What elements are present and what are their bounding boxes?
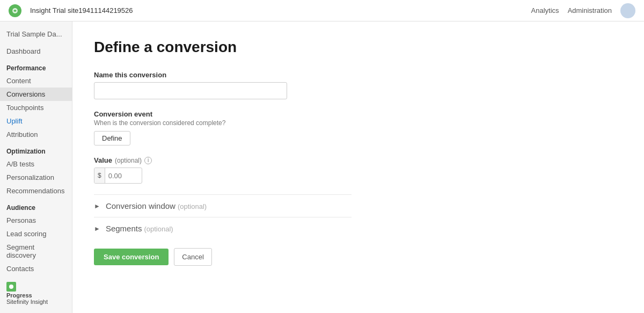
name-group: Name this conversion — [94, 71, 352, 99]
segments-section: ► Segments(optional) — [94, 217, 352, 233]
top-nav-links: Analytics Administration — [531, 6, 612, 14]
sidebar-item-dashboard[interactable]: Dashboard — [0, 45, 72, 58]
main-content: Define a conversion Name this conversion… — [72, 21, 644, 313]
sidebar-item-lead-scoring[interactable]: Lead scoring — [0, 227, 72, 241]
progress-logo: Progress Sitefinity Insight — [6, 282, 65, 305]
sidebar-section-optimization: Optimization — [0, 141, 72, 157]
conversion-event-group: Conversion event When is the conversion … — [94, 110, 352, 145]
value-input[interactable] — [105, 168, 137, 183]
name-label: Name this conversion — [94, 71, 352, 79]
progress-name: Progress — [6, 292, 65, 299]
value-currency-symbol: $ — [94, 168, 105, 183]
page-title: Define a conversion — [94, 39, 623, 56]
top-nav: Insight Trial site19411144219526 Analyti… — [0, 0, 644, 21]
value-info-icon[interactable]: i — [144, 157, 152, 164]
value-group: Value (optional) i $ — [94, 156, 352, 184]
sidebar-item-uplift[interactable]: Uplift — [0, 114, 72, 128]
sidebar-item-conversions[interactable]: Conversions — [0, 88, 72, 101]
sidebar-item-personalization[interactable]: Personalization — [0, 171, 72, 184]
define-conversion-form: Name this conversion Conversion event Wh… — [94, 71, 352, 266]
sidebar-site-name: Trial Sample Da... — [0, 30, 72, 45]
value-label: Value — [94, 156, 112, 164]
sidebar-item-segment-discovery[interactable]: Segment discovery — [0, 241, 72, 262]
sidebar: Trial Sample Da... Dashboard Performance… — [0, 21, 72, 313]
conversion-window-chevron-icon: ► — [94, 202, 100, 210]
sidebar-item-content[interactable]: Content — [0, 74, 72, 88]
sidebar-item-recommendations[interactable]: Recommendations — [0, 184, 72, 198]
conversion-event-label: Conversion event — [94, 110, 352, 118]
sidebar-item-touchpoints[interactable]: Touchpoints — [0, 101, 72, 114]
segments-header[interactable]: ► Segments(optional) — [94, 224, 352, 233]
sidebar-item-contacts[interactable]: Contacts — [0, 262, 72, 275]
layout: Trial Sample Da... Dashboard Performance… — [0, 21, 644, 313]
sidebar-item-attribution[interactable]: Attribution — [0, 128, 72, 141]
value-input-wrap: $ — [94, 168, 142, 184]
app-title: Insight Trial site19411144219526 — [30, 6, 527, 14]
user-avatar[interactable] — [620, 3, 635, 18]
form-actions: Save conversion Cancel — [94, 248, 352, 266]
segments-title: Segments(optional) — [106, 224, 173, 233]
sitefinity-name: Sitefinity Insight — [6, 299, 65, 305]
administration-link[interactable]: Administration — [568, 6, 612, 14]
cancel-button[interactable]: Cancel — [174, 248, 211, 266]
segments-chevron-icon: ► — [94, 225, 100, 232]
conversion-event-hint: When is the conversion considered comple… — [94, 119, 352, 127]
conversion-window-title: Conversion window(optional) — [106, 201, 207, 210]
sidebar-item-personas[interactable]: Personas — [0, 214, 72, 227]
sidebar-footer: Progress Sitefinity Insight — [0, 275, 72, 311]
sidebar-section-performance: Performance — [0, 58, 72, 74]
conversion-window-section: ► Conversion window(optional) — [94, 194, 352, 210]
save-conversion-button[interactable]: Save conversion — [94, 249, 169, 265]
sidebar-section-audience: Audience — [0, 198, 72, 214]
define-button[interactable]: Define — [94, 131, 130, 145]
name-input[interactable] — [94, 82, 287, 99]
conversion-window-header[interactable]: ► Conversion window(optional) — [94, 201, 352, 210]
sidebar-item-ab-tests[interactable]: A/B tests — [0, 157, 72, 171]
analytics-link[interactable]: Analytics — [531, 6, 559, 14]
value-optional-label: (optional) — [115, 157, 142, 164]
app-logo — [9, 4, 21, 17]
